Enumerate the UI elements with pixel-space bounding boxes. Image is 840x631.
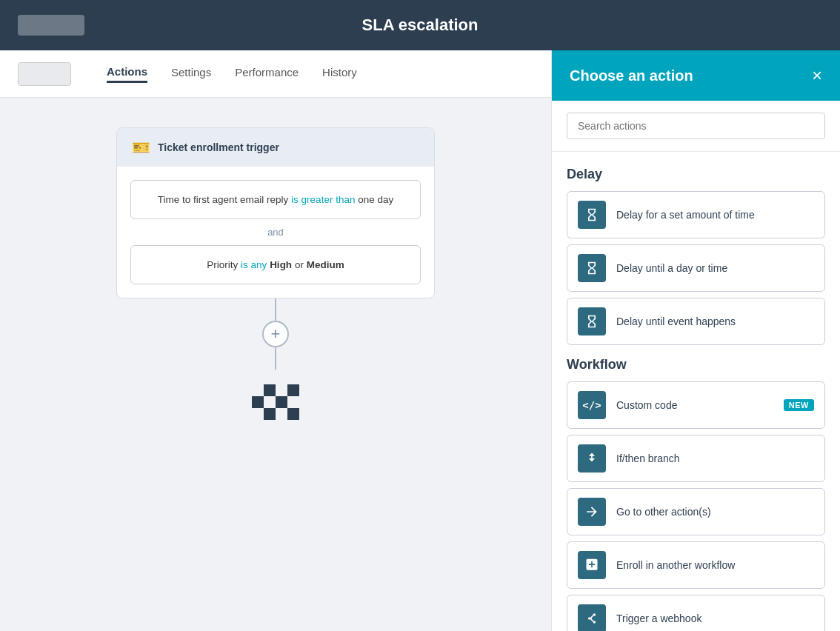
and-connector: and — [130, 219, 421, 245]
checker-cell-6 — [276, 396, 287, 408]
tab-history[interactable]: History — [322, 66, 357, 81]
connector-line-top — [275, 298, 276, 321]
condition2-or: or — [295, 259, 307, 270]
page-title: SLA escalation — [362, 16, 479, 35]
svg-point-2 — [593, 621, 596, 623]
condition1-prefix: Time to first agent email reply — [158, 194, 289, 205]
checker-cell-4 — [252, 396, 264, 408]
action-if-then-branch[interactable]: If/then branch — [567, 435, 825, 482]
back-button[interactable] — [18, 62, 71, 86]
action-custom-code[interactable]: </> Custom code NEW — [567, 381, 825, 429]
action-label-goto: Go to other action(s) — [616, 506, 814, 518]
action-enroll-workflow[interactable]: Enroll in another workflow — [567, 541, 825, 589]
add-action-button[interactable]: + — [262, 321, 289, 347]
svg-point-1 — [593, 613, 596, 615]
action-goto[interactable]: Go to other action(s) — [567, 488, 825, 535]
condition2-prefix: Priority — [207, 259, 238, 270]
condition-box-2[interactable]: Priority is any High or Medium — [130, 245, 421, 284]
hourglass-icon-2 — [578, 254, 606, 282]
webhook-icon — [578, 604, 606, 631]
enroll-icon — [578, 551, 606, 579]
action-label-delay-set: Delay for a set amount of time — [616, 209, 814, 221]
tabs-bar: Actions Settings Performance History — [0, 50, 551, 98]
condition2-bold1: High — [270, 259, 292, 270]
checker-cell-5 — [264, 396, 276, 408]
app-header: SLA escalation — [0, 0, 840, 50]
checker-cell-9 — [264, 408, 276, 420]
condition2-bold2: Medium — [307, 259, 344, 270]
checker-cell-0 — [252, 384, 264, 396]
tab-settings[interactable]: Settings — [171, 66, 211, 81]
action-delay-until-day[interactable]: Delay until a day or time — [567, 244, 825, 292]
right-panel: Choose an action × Delay Delay for a set… — [551, 50, 840, 631]
svg-line-4 — [590, 618, 593, 621]
hourglass-icon-1 — [578, 201, 606, 229]
workflow-card: 🎫 Ticket enrollment trigger Time to firs… — [116, 127, 435, 298]
tab-performance[interactable]: Performance — [235, 66, 299, 81]
card-header: 🎫 Ticket enrollment trigger — [117, 128, 434, 167]
checker-cell-7 — [287, 396, 299, 408]
search-section — [552, 101, 840, 152]
svg-line-3 — [590, 615, 593, 618]
svg-point-0 — [588, 617, 590, 619]
checker-cell-2 — [276, 384, 287, 396]
hourglass-icon-3 — [578, 307, 606, 335]
trigger-label: Ticket enrollment trigger — [158, 141, 279, 153]
checker-cell-8 — [252, 408, 264, 420]
right-panel-header: Choose an action × — [552, 50, 840, 101]
main-layout: Actions Settings Performance History 🎫 T… — [0, 50, 840, 631]
action-label-branch: If/then branch — [616, 453, 814, 464]
action-label-enroll: Enroll in another workflow — [616, 559, 814, 571]
logo-placeholder — [18, 15, 84, 36]
action-label-delay-day: Delay until a day or time — [616, 262, 814, 274]
condition1-highlight: is greater than — [291, 194, 358, 205]
new-badge: NEW — [784, 399, 814, 411]
card-body: Time to first agent email reply is great… — [117, 167, 434, 298]
search-input[interactable] — [567, 113, 825, 139]
right-panel-title: Choose an action — [570, 67, 693, 84]
end-marker — [252, 384, 299, 420]
connector-line-bottom — [275, 347, 276, 370]
condition2-highlight: is any — [241, 259, 270, 270]
branch-icon — [578, 444, 606, 473]
section-workflow-label: Workflow — [567, 357, 825, 373]
action-delay-until-event[interactable]: Delay until event happens — [567, 298, 825, 345]
close-button[interactable]: × — [812, 67, 822, 84]
left-panel: Actions Settings Performance History 🎫 T… — [0, 50, 551, 631]
condition1-suffix: one day — [358, 194, 393, 205]
canvas-area: 🎫 Ticket enrollment trigger Time to firs… — [0, 98, 551, 631]
checker-cell-11 — [287, 408, 299, 420]
action-webhook[interactable]: Trigger a webhook — [567, 595, 825, 631]
action-label-webhook: Trigger a webhook — [616, 612, 814, 624]
action-label-custom-code: Custom code — [616, 399, 773, 411]
action-label-delay-event: Delay until event happens — [616, 316, 814, 327]
condition-box-1[interactable]: Time to first agent email reply is great… — [130, 180, 421, 219]
actions-list: Delay Delay for a set amount of time Del… — [552, 152, 840, 631]
tab-actions[interactable]: Actions — [107, 65, 147, 83]
action-delay-set-amount[interactable]: Delay for a set amount of time — [567, 191, 825, 238]
checker-cell-10 — [276, 408, 287, 420]
checker-cell-1 — [264, 384, 276, 396]
goto-icon — [578, 498, 606, 526]
checker-cell-3 — [287, 384, 299, 396]
section-delay-label: Delay — [567, 167, 825, 182]
plus-section: + — [252, 298, 299, 420]
code-icon: </> — [578, 391, 606, 419]
ticket-icon: 🎫 — [132, 138, 150, 156]
